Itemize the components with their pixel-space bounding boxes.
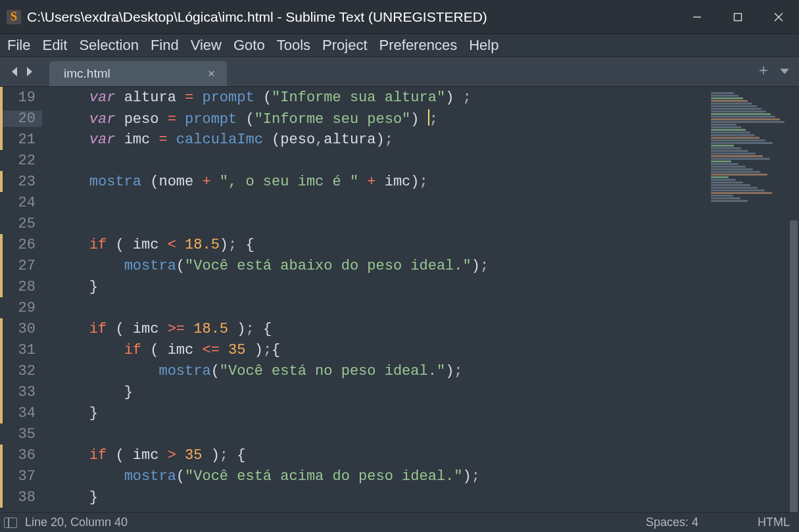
menu-item-file[interactable]: File xyxy=(7,37,30,54)
line-number[interactable]: 33 xyxy=(3,384,42,400)
cursor-position[interactable]: Line 20, Column 40 xyxy=(25,516,128,529)
code-line[interactable]: var peso = prompt ("Informe seu peso") ; xyxy=(55,109,438,128)
minimap-line xyxy=(711,132,750,133)
maximize-button[interactable] xyxy=(717,0,758,34)
line-number[interactable]: 22 xyxy=(3,153,42,169)
minimap-line xyxy=(711,92,734,94)
fold-column[interactable] xyxy=(42,466,54,487)
fold-column[interactable] xyxy=(42,108,54,129)
code-line[interactable]: mostra("Você está no peso ideal."); xyxy=(55,363,463,379)
line-number[interactable]: 29 xyxy=(3,300,42,316)
code-line[interactable]: mostra (nome + ", o seu imc é " + imc); xyxy=(55,174,428,190)
line-number[interactable]: 27 xyxy=(3,258,42,274)
fold-column[interactable] xyxy=(42,171,54,192)
line-number[interactable]: 20 xyxy=(3,110,42,127)
line-number[interactable]: 23 xyxy=(3,174,42,190)
fold-column[interactable] xyxy=(42,129,54,150)
new-tab-button[interactable] xyxy=(758,65,769,78)
svg-marker-4 xyxy=(12,67,17,76)
fold-column[interactable] xyxy=(42,487,54,508)
menu-bar: FileEditSelectionFindViewGotoToolsProjec… xyxy=(0,34,799,57)
menu-item-find[interactable]: Find xyxy=(151,37,179,54)
minimap[interactable] xyxy=(707,87,799,512)
code-line[interactable]: } xyxy=(55,384,133,400)
side-panel-toggle-icon[interactable] xyxy=(4,518,17,528)
line-number[interactable]: 32 xyxy=(3,363,42,379)
line-number[interactable]: 21 xyxy=(3,132,42,148)
svg-marker-8 xyxy=(781,69,788,74)
menu-item-selection[interactable]: Selection xyxy=(79,37,139,54)
menu-item-preferences[interactable]: Preferences xyxy=(379,37,458,54)
line-number[interactable]: 36 xyxy=(3,447,42,464)
code-line[interactable]: mostra("Você está abaixo do peso ideal."… xyxy=(55,258,489,274)
fold-column[interactable] xyxy=(42,318,54,339)
fold-column[interactable] xyxy=(42,423,54,445)
tab-close-icon[interactable]: × xyxy=(208,66,215,81)
fold-column[interactable] xyxy=(42,360,54,381)
code-line[interactable]: if ( imc <= 35 );{ xyxy=(55,342,280,358)
line-number[interactable]: 30 xyxy=(3,321,42,337)
gutter[interactable]: 1920212223242526272829303132333435363738 xyxy=(0,87,55,512)
tab-bar: imc.html × xyxy=(0,57,799,87)
fold-column[interactable] xyxy=(42,381,54,402)
minimap-line xyxy=(711,126,741,128)
line-number[interactable]: 35 xyxy=(3,426,42,443)
tab-imc-html[interactable]: imc.html × xyxy=(49,61,227,86)
line-number[interactable]: 24 xyxy=(3,195,42,211)
code-line[interactable]: if ( imc >= 18.5 ); { xyxy=(55,321,272,337)
minimap-line xyxy=(711,137,760,139)
fold-column[interactable] xyxy=(42,255,54,276)
minimap-line xyxy=(711,155,763,157)
menu-item-goto[interactable]: Goto xyxy=(233,37,265,54)
menu-item-view[interactable]: View xyxy=(191,37,222,54)
line-number[interactable]: 37 xyxy=(3,468,42,485)
close-button[interactable] xyxy=(758,0,799,34)
app-icon: S xyxy=(7,10,21,24)
menu-item-tools[interactable]: Tools xyxy=(277,37,310,54)
minimap-line xyxy=(711,192,772,194)
line-number[interactable]: 28 xyxy=(3,279,42,295)
code-line[interactable]: if ( imc > 35 ); { xyxy=(55,447,245,464)
code-line[interactable]: mostra("Você está acima do peso ideal.")… xyxy=(55,468,480,485)
fold-column[interactable] xyxy=(42,192,54,213)
indent-setting[interactable]: Spaces: 4 xyxy=(646,516,698,529)
fold-column[interactable] xyxy=(42,402,54,423)
tab-label: imc.html xyxy=(64,66,110,81)
minimap-line xyxy=(711,118,780,120)
menu-item-edit[interactable]: Edit xyxy=(42,37,67,54)
fold-column[interactable] xyxy=(42,213,54,234)
line-number[interactable]: 34 xyxy=(3,405,42,422)
fold-column[interactable] xyxy=(42,87,54,108)
tab-menu-button[interactable] xyxy=(779,66,790,78)
code-line[interactable]: } xyxy=(55,279,98,295)
fold-column[interactable] xyxy=(42,150,54,171)
minimap-line xyxy=(711,110,766,112)
editor[interactable]: 1920212223242526272829303132333435363738… xyxy=(0,87,799,512)
nav-forward-button[interactable] xyxy=(23,62,36,81)
code-area[interactable]: var altura = prompt ("Informe sua altura… xyxy=(55,87,707,512)
minimize-button[interactable] xyxy=(677,0,717,34)
code-line[interactable]: if ( imc < 18.5); { xyxy=(55,237,254,253)
syntax-setting[interactable]: HTML xyxy=(758,516,790,529)
line-number[interactable]: 25 xyxy=(3,216,42,232)
line-number[interactable]: 31 xyxy=(3,342,42,358)
code-line[interactable]: var altura = prompt ("Informe sua altura… xyxy=(55,89,472,106)
line-number[interactable]: 19 xyxy=(3,89,42,106)
fold-column[interactable] xyxy=(42,276,54,297)
line-number[interactable]: 38 xyxy=(3,489,42,506)
code-line[interactable]: var imc = calculaImc (peso,altura); xyxy=(55,132,393,148)
fold-column[interactable] xyxy=(42,297,54,318)
minimap-line xyxy=(711,187,758,189)
vertical-scrollbar-thumb[interactable] xyxy=(790,220,798,529)
fold-column[interactable] xyxy=(42,339,54,360)
fold-column[interactable] xyxy=(42,234,54,255)
window-controls xyxy=(677,0,799,34)
code-line[interactable]: } xyxy=(55,489,98,506)
menu-item-project[interactable]: Project xyxy=(322,37,367,54)
minimap-line xyxy=(711,116,775,118)
menu-item-help[interactable]: Help xyxy=(469,37,498,54)
line-number[interactable]: 26 xyxy=(3,237,42,253)
code-line[interactable]: } xyxy=(55,405,98,422)
nav-back-button[interactable] xyxy=(7,62,20,81)
fold-column[interactable] xyxy=(42,445,54,466)
